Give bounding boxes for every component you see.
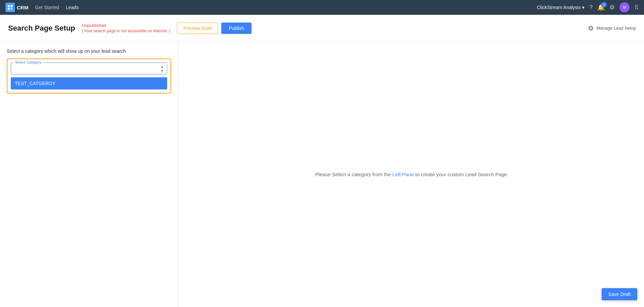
select-category-label: Select Category. <box>14 60 44 64</box>
nav-get-started[interactable]: Get Started <box>35 5 59 10</box>
settings-icon-btn[interactable]: ⚙ <box>609 4 615 11</box>
notifications-icon-btn[interactable]: 🔔 0 <box>597 4 605 11</box>
top-nav: CRM Get Started Leads ClickStream Analys… <box>0 0 644 15</box>
header-bar: Search Page Setup Unpublished ( Your sea… <box>0 15 644 42</box>
main-content: Select a category which will show up on … <box>0 42 644 307</box>
select-arrows-icon: ▲ ▼ <box>160 65 164 73</box>
app-name-label: ClickStream Analysis <box>537 5 581 10</box>
category-select-wrapper: Select Category. ▲ ▼ TEST_CATGEROY <box>7 59 171 93</box>
svg-rect-0 <box>8 5 10 7</box>
publish-button[interactable]: Publish <box>221 23 252 34</box>
nav-logo[interactable]: CRM <box>5 3 28 12</box>
svg-rect-2 <box>8 8 10 10</box>
manage-lead-setup-link[interactable]: Manage Lead Setup <box>597 26 636 31</box>
notification-badge: 0 <box>601 2 607 7</box>
avatar-text: M <box>623 5 626 9</box>
app-name-selector[interactable]: ClickStream Analysis ▾ <box>537 5 584 10</box>
header-right: ⚙ Manage Lead Setup <box>588 24 636 32</box>
preview-draft-button[interactable]: Preview Draft <box>177 23 218 34</box>
section-label: Select a category which will show up on … <box>7 48 171 54</box>
unpublished-desc: ( Your search page is not accessible on … <box>82 29 170 33</box>
grid-icon-btn[interactable]: ⠿ <box>634 4 639 11</box>
unpublished-label: Unpublished <box>82 23 170 28</box>
nav-left: CRM Get Started Leads <box>5 3 79 12</box>
crm-label: CRM <box>17 5 28 10</box>
svg-rect-3 <box>10 8 12 10</box>
left-pane: Select a category which will show up on … <box>0 42 178 307</box>
category-input[interactable] <box>14 66 157 71</box>
left-pane-link[interactable]: Left Pane <box>392 171 414 177</box>
manage-gear-icon[interactable]: ⚙ <box>588 24 594 32</box>
help-icon-btn[interactable]: ? <box>589 4 593 11</box>
right-placeholder-text: Please Select a category from the Left P… <box>315 171 507 177</box>
user-avatar[interactable]: M <box>619 2 630 12</box>
unpublished-block: Unpublished ( Your search page is not ac… <box>82 23 170 33</box>
nav-leads[interactable]: Leads <box>66 5 79 10</box>
page-title: Search Page Setup <box>8 24 75 33</box>
crm-logo-icon <box>5 3 15 12</box>
right-pane: Please Select a category from the Left P… <box>178 42 644 307</box>
chevron-down-icon: ▾ <box>582 5 584 10</box>
settings-icon: ⚙ <box>609 4 615 11</box>
select-field[interactable]: Select Category. ▲ ▼ <box>11 63 167 75</box>
dropdown-option-test-catgeroy[interactable]: TEST_CATGEROY <box>11 77 167 89</box>
header-left: Search Page Setup Unpublished ( Your sea… <box>8 23 252 34</box>
grid-icon: ⠿ <box>634 4 639 11</box>
question-icon: ? <box>589 4 593 11</box>
svg-rect-1 <box>10 5 12 7</box>
header-actions: Preview Draft Publish <box>177 23 252 34</box>
nav-right: ClickStream Analysis ▾ ? 🔔 0 ⚙ M ⠿ <box>537 2 639 12</box>
save-draft-button[interactable]: Save Draft <box>602 288 637 300</box>
